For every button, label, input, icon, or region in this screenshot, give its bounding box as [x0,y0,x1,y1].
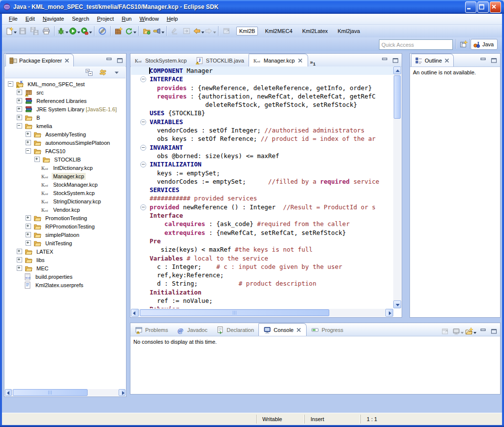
save-button[interactable] [17,26,29,36]
maximize-window-button[interactable] [477,1,489,13]
maximize-view-icon[interactable] [490,57,498,65]
search-button[interactable] [153,26,164,36]
java-perspective-button[interactable]: J Java [471,39,498,50]
tree-item-libs[interactable]: libs [5,256,126,264]
expand-icon[interactable] [17,265,22,271]
dropdown-caret-icon[interactable] [89,32,92,35]
minimize-view-icon[interactable] [479,328,487,335]
expand-icon[interactable] [34,157,40,162]
run-button[interactable] [68,26,80,36]
scroll-down-icon[interactable] [396,304,400,306]
expand-icon[interactable] [17,98,22,103]
menu-navigate[interactable]: Navigate [39,14,68,24]
dropdown-caret-icon[interactable] [77,32,80,35]
tree-item-stocklib[interactable]: STOCKLIB [5,155,126,164]
tree-item-kml-mono-spec-test[interactable]: KKML_mono_SPEC_test [5,80,126,88]
menu-help[interactable]: Help [163,14,182,24]
editor-tab-manager-kcp[interactable]: KmlManager.kcp [249,54,308,66]
editor-vscrollbar[interactable] [393,66,401,308]
minimize-view-icon[interactable] [479,57,487,65]
new-java-project-button[interactable] [113,26,125,36]
expand-icon[interactable] [17,106,22,112]
maximize-view-icon[interactable] [490,328,498,335]
tree-item-jre-system-library[interactable]: JRE System Library [JavaSE-1.6] [5,105,126,113]
package-explorer-hscrollbar[interactable] [5,389,126,396]
toolbar-button-kml2latex[interactable]: Kml2Latex [299,27,331,35]
tree-item-unittesting[interactable]: UnitTesting [5,239,126,247]
close-icon[interactable] [444,58,450,64]
expand-icon[interactable] [17,257,22,263]
tree-item-autonomoussimpleplatoon[interactable]: autonomousSimplePlatoon [5,138,126,147]
print-button[interactable] [40,26,52,36]
scrollbar-thumb[interactable] [394,75,401,119]
menu-run[interactable]: Run [118,14,135,24]
tree-item-vendor-kcp[interactable]: KmlVendor.kcp [5,205,126,214]
back-button[interactable] [192,26,204,36]
dropdown-caret-icon[interactable] [213,32,216,35]
menu-search[interactable]: Search [68,14,93,24]
pin-editor-button[interactable] [220,26,232,36]
expand-icon[interactable] [26,224,31,229]
expand-icon[interactable] [17,90,22,95]
dropdown-caret-icon[interactable] [161,32,164,35]
toolbar-button-kml2mec4[interactable]: Kml2MEC4 [262,27,295,35]
tree-item-intdictionary-kcp[interactable]: KmlIntDictionary.kcp [5,164,126,172]
scroll-right-icon[interactable] [389,311,391,315]
collapse-icon[interactable] [8,81,13,87]
tree-item-build-properties[interactable]: 010build.properties [5,272,126,281]
menu-edit[interactable]: Edit [22,14,39,24]
open-console-button[interactable] [465,326,476,337]
console-tab-declaration[interactable]: Declaration [212,324,258,336]
tree-item-kmelia[interactable]: kmelia [5,122,126,130]
collapse-icon[interactable] [17,123,22,129]
console-tab-javadoc[interactable]: @Javadoc [172,324,212,336]
last-edit-location-button[interactable] [169,26,181,36]
quick-access-input[interactable] [379,39,453,50]
dropdown-caret-icon[interactable] [14,32,17,35]
tree-item-stockmanager-kcp[interactable]: KmlStockManager.kcp [5,180,126,189]
tree-item-facs10[interactable]: FACS10 [5,147,126,155]
tree-item-referenced-libraries[interactable]: Referenced Libraries [5,97,126,105]
scroll-left-icon[interactable] [7,391,9,395]
fold-collapse-icon[interactable] [140,145,146,151]
maximize-view-icon[interactable] [116,57,124,65]
scroll-up-icon[interactable] [396,69,400,72]
console-tab-progress[interactable]: Progress [307,324,347,336]
dropdown-caret-icon[interactable] [65,32,68,35]
title-bar[interactable]: Java - KML_mono_SPEC_test/kmelia/FACS10/… [0,0,504,14]
expand-icon[interactable] [26,140,31,145]
scrollbar-thumb[interactable] [140,309,329,316]
tree-item-b[interactable]: B [5,113,126,122]
collapse-all-button[interactable] [83,67,95,78]
fold-collapse-icon[interactable] [140,204,146,210]
tree-item-manager-kcp[interactable]: KmlManager.kcp [5,172,126,180]
editor-tab-stocklib-java[interactable]: JSTOCKLIB.java [191,54,248,66]
run-external-button[interactable] [80,26,92,36]
link-with-editor-button[interactable] [97,67,109,78]
collapse-icon[interactable] [26,148,31,154]
editor-tab-stocksystem-kcp[interactable]: KmlStockSystem.kcp [130,54,191,66]
dropdown-caret-icon[interactable] [201,32,204,35]
tree-item-promotiontesting[interactable]: PromotionTesting [5,214,126,222]
expand-icon[interactable] [26,232,31,237]
toolbar-button-kml2java[interactable]: Kml2java [335,27,363,35]
fold-collapse-icon[interactable] [140,119,146,125]
fold-collapse-icon[interactable] [140,162,146,167]
expand-icon[interactable] [26,215,31,221]
view-menu-button[interactable] [111,67,123,78]
display-console-button[interactable] [452,326,464,337]
fold-collapse-icon[interactable] [140,76,146,82]
save-all-button[interactable] [29,26,40,36]
tree-item-stringdictionary-kcp[interactable]: KmlStringDictionary.kcp [5,197,126,205]
editor-tab-overflow[interactable]: »1 [308,58,317,66]
forward-button[interactable] [204,26,216,36]
menu-window[interactable]: Window [135,14,162,24]
tree-item-simpleplatoon[interactable]: simplePlatoon [5,230,126,239]
minimize-window-button[interactable] [465,1,476,13]
tree-item-src[interactable]: src [5,88,126,97]
new-wizard-button[interactable] [5,26,17,36]
expand-icon[interactable] [17,115,22,120]
open-type-button[interactable] [141,26,153,36]
close-window-button[interactable] [490,1,501,13]
menu-file[interactable]: File [5,14,22,24]
